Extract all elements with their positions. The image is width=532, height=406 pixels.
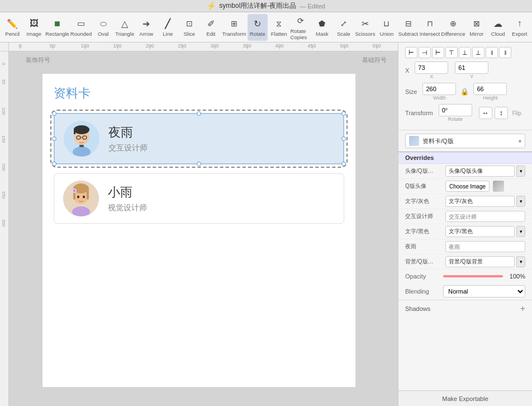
tool-union-label: Union (380, 31, 394, 37)
oval-icon: ⬭ (97, 17, 110, 30)
tool-scissors-label: Scissors (355, 31, 376, 37)
rotate-input[interactable] (439, 104, 472, 116)
tool-rotate-copies[interactable]: ⟳ Rotate Copies (291, 14, 311, 41)
tool-cloud-label: Cloud (491, 31, 505, 37)
override-val-3[interactable] (445, 211, 525, 222)
avatar-photo-svg (63, 181, 99, 216)
v-tick-250: 250 (1, 191, 6, 199)
scale-icon: ⤢ (338, 17, 350, 30)
ruler-corner (0, 43, 9, 51)
tool-edit-label: Edit (206, 31, 215, 37)
align-left-button[interactable]: ⊢ (405, 47, 417, 58)
blending-select[interactable]: Normal Multiply Screen (443, 285, 525, 298)
lock-aspect-icon[interactable]: 🔒 (460, 88, 469, 96)
arrow-icon: ➔ (140, 17, 153, 30)
tool-subtract[interactable]: ⊟ Subtract (398, 14, 419, 41)
transform-icon: ⊞ (228, 17, 240, 30)
tool-image[interactable]: 🖼 Image (24, 14, 45, 41)
opacity-slider[interactable] (443, 275, 503, 277)
tool-union[interactable]: ⊔ Union (377, 14, 397, 41)
flip-vertical-button[interactable]: ↕ (495, 107, 508, 119)
tool-flatten[interactable]: ⧖ Flatten (269, 14, 289, 41)
override-val-6[interactable] (445, 256, 515, 267)
override-dropdown-2[interactable]: ▾ (516, 196, 525, 207)
tool-line[interactable]: ╱ Line (158, 14, 178, 41)
shadows-add-button[interactable]: + (520, 304, 525, 314)
sel-handle-bl (52, 162, 56, 166)
override-val-0[interactable] (445, 166, 515, 177)
y-input[interactable] (455, 62, 488, 74)
tool-export[interactable]: ↑ Export (510, 14, 530, 41)
width-input[interactable] (422, 83, 456, 95)
y-input-group: Y (455, 62, 488, 79)
x-sub-label: X (415, 74, 448, 79)
rotate-sub-label: Rotate (439, 116, 472, 122)
override-key-3: 交互设计师 (405, 213, 443, 220)
choose-image-button[interactable]: Choose Image (445, 181, 490, 192)
distribute-v-button[interactable]: ⦀ (499, 47, 511, 58)
flip-buttons: ↔ ↕ (479, 107, 508, 119)
align-vcenter-button[interactable]: ⊥ (459, 47, 471, 58)
ruler-row: 050100150200250300350400450500550 (0, 43, 398, 51)
slice-icon: ⊡ (183, 17, 196, 30)
flip-horizontal-button[interactable]: ↔ (479, 107, 492, 119)
align-hcenter-button[interactable]: ⊣ (419, 47, 431, 58)
align-right-button[interactable]: ⊢ (432, 47, 444, 58)
symbol-selector-icon (409, 136, 419, 146)
tool-cloud[interactable]: ☁ Cloud (488, 14, 509, 41)
override-val-4[interactable] (445, 226, 515, 237)
v-tick-300: 300 (1, 219, 6, 226)
override-dropdown-0[interactable]: ▾ (516, 166, 525, 177)
card-row-1[interactable]: 夜雨 交互设计师 (54, 113, 344, 164)
union-icon: ⊔ (381, 17, 393, 30)
tool-arrow[interactable]: ➔ Arrow (136, 14, 156, 41)
opacity-value: 100% (506, 273, 525, 280)
rounded-icon: ▭ (75, 17, 87, 30)
override-dropdown-4[interactable]: ▾ (516, 226, 525, 237)
height-input-group: Height (473, 83, 507, 101)
tool-triangle[interactable]: △ Triangle (115, 14, 135, 41)
tool-oval[interactable]: ⬭ Oval (93, 14, 113, 41)
rectangle-icon: ■ (51, 17, 63, 30)
override-row-5: 夜雨 (398, 239, 532, 254)
tool-rectangle[interactable]: ■ Rectangle (45, 14, 69, 41)
tool-scale[interactable]: ⤢ Scale (334, 14, 354, 41)
tool-pencil[interactable]: ✏️ Pencil (2, 14, 23, 41)
ruler-tick-label-0: 0 (18, 43, 21, 49)
sel-handle-tm (197, 111, 201, 116)
align-bottom-button[interactable]: ⊥ (472, 47, 484, 58)
height-input[interactable] (473, 83, 507, 95)
page-label-left: 装饰符号 (26, 56, 50, 64)
ruler-tick-label-250: 250 (178, 43, 186, 49)
x-input[interactable] (415, 62, 448, 74)
tool-intersect[interactable]: ⊓ Intersect (420, 14, 440, 41)
symbol-selector[interactable]: 资料卡/Q版 ▾ (405, 134, 525, 148)
override-dropdown-6[interactable]: ▾ (516, 256, 525, 267)
distribute-h-button[interactable]: ⦀ (486, 47, 498, 58)
tool-image-label: Image (27, 31, 41, 37)
make-exportable-label[interactable]: Make Exportable (442, 395, 488, 402)
tool-edit[interactable]: ✐ Edit (201, 14, 221, 41)
ruler-tick-label-400: 400 (275, 43, 283, 49)
tool-slice[interactable]: ⊡ Slice (179, 14, 200, 41)
card-role-2: 视觉设计师 (108, 203, 147, 213)
align-buttons-row: ⊢ ⊣ ⊢ ⊤ ⊥ ⊥ ⦀ ⦀ (405, 47, 525, 58)
tool-rotate[interactable]: ↻ Rotate (248, 14, 268, 41)
tool-difference[interactable]: ⊕ Difference (441, 14, 465, 41)
card-row-2[interactable]: 小雨 视觉设计师 (54, 173, 344, 224)
tool-scissors[interactable]: ✂ Scissors (355, 14, 376, 41)
tool-transform[interactable]: ⊞ Transform (222, 14, 246, 41)
tool-mask[interactable]: ⬟ Mask (312, 14, 332, 41)
tool-rounded[interactable]: ▭ Rounded (70, 14, 92, 41)
canvas-area: 050100150200250300350400450500550 0 50 1… (0, 43, 398, 406)
flatten-icon: ⧖ (273, 17, 285, 30)
tool-mirror[interactable]: ⊠ Mirror (466, 14, 487, 41)
override-row-4: 文字/黑色 ▾ (398, 224, 532, 239)
card-role-1: 交互设计师 (108, 143, 148, 153)
canvas-viewport[interactable]: 装饰符号 基础符号 资料卡 (9, 51, 398, 406)
override-val-2[interactable] (445, 196, 515, 207)
width-sub-label: Width (422, 95, 456, 101)
tool-rotate-copies-label: Rotate Copies (291, 28, 311, 40)
override-val-5[interactable] (445, 241, 525, 252)
align-top-button[interactable]: ⊤ (445, 47, 458, 58)
